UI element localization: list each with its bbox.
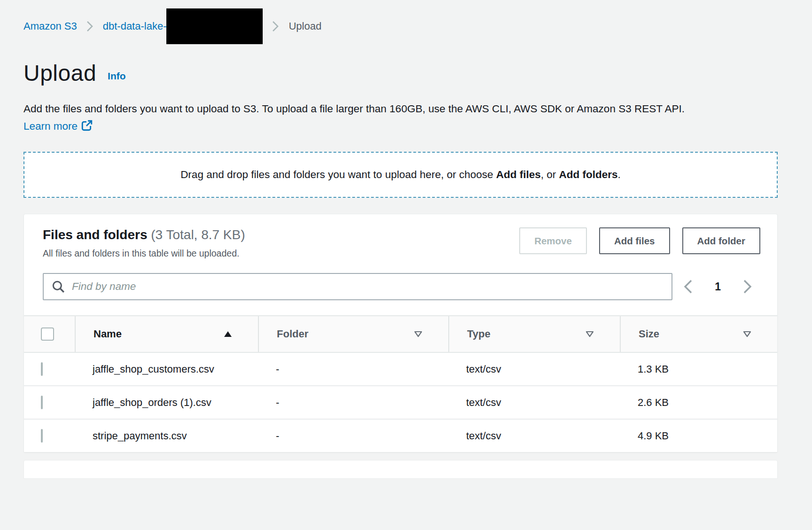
breadcrumb: Amazon S3 dbt-data-lake- Upload: [23, 8, 812, 45]
external-link-icon: [81, 119, 93, 132]
file-name: jaffle_shop_orders (1).csv: [75, 386, 258, 419]
chevron-left-icon: [683, 279, 693, 295]
drag-drop-zone[interactable]: Drag and drop files and folders you want…: [23, 152, 778, 198]
breadcrumb-chevron-icon: [86, 20, 94, 32]
filter-down-icon: [743, 331, 751, 337]
learn-more-link[interactable]: Learn more: [23, 120, 93, 132]
panel-subtitle: All files and folders in this table will…: [43, 248, 245, 259]
current-page-number[interactable]: 1: [715, 281, 721, 293]
column-label-name: Name: [94, 328, 122, 340]
file-name: stripe_payments.csv: [75, 420, 258, 452]
file-folder: -: [258, 353, 448, 385]
file-type: text/csv: [448, 386, 620, 419]
column-header-type[interactable]: Type: [448, 316, 620, 352]
file-name: jaffle_shop_customers.csv: [75, 353, 258, 385]
previous-page-button[interactable]: [683, 279, 693, 295]
redaction-box: [166, 8, 263, 44]
add-files-button[interactable]: Add files: [599, 227, 670, 254]
column-label-type: Type: [467, 328, 491, 340]
panel-counter: (3 Total, 8.7 KB): [151, 227, 245, 242]
breadcrumb-current: Upload: [289, 20, 321, 32]
row-checkbox[interactable]: [41, 396, 43, 409]
file-size: 1.3 KB: [620, 353, 777, 385]
breadcrumb-bucket-link[interactable]: dbt-data-lake-: [103, 20, 167, 32]
table-row: jaffle_shop_orders (1).csv - text/csv 2.…: [24, 386, 777, 420]
column-header-name[interactable]: Name: [75, 316, 258, 352]
file-type: text/csv: [448, 353, 620, 385]
row-checkbox[interactable]: [41, 429, 43, 443]
file-folder: -: [258, 386, 448, 419]
remove-button[interactable]: Remove: [519, 227, 587, 254]
filter-down-icon: [414, 331, 422, 337]
file-size: 2.6 KB: [620, 386, 777, 419]
info-link[interactable]: Info: [108, 70, 125, 82]
select-all-checkbox[interactable]: [41, 327, 54, 341]
file-size: 4.9 KB: [620, 420, 777, 452]
row-checkbox[interactable]: [41, 362, 43, 376]
breadcrumb-amazon-s3-link[interactable]: Amazon S3: [23, 20, 77, 32]
files-and-folders-panel: Files and folders (3 Total, 8.7 KB) All …: [23, 214, 778, 452]
column-label-folder: Folder: [277, 328, 308, 340]
chevron-right-icon: [742, 279, 753, 295]
files-table: Name Folder Type Size jaffle_sh: [24, 315, 777, 452]
next-panel-sliver: [23, 460, 778, 479]
column-header-folder[interactable]: Folder: [258, 316, 448, 352]
add-folder-button[interactable]: Add folder: [682, 227, 761, 254]
column-label-size: Size: [639, 328, 659, 340]
file-folder: -: [258, 420, 448, 452]
search-icon: [51, 280, 65, 294]
filter-down-icon: [586, 331, 594, 337]
upload-page: Amazon S3 dbt-data-lake- Upload Upload I…: [0, 0, 812, 479]
dropzone-text: Drag and drop files and folders you want…: [180, 169, 621, 181]
search-input[interactable]: [72, 281, 664, 293]
select-all-cell: [24, 316, 75, 352]
page-description: Add the files and folders you want to up…: [23, 100, 713, 135]
description-text: Add the files and folders you want to up…: [23, 103, 685, 115]
table-row: jaffle_shop_customers.csv - text/csv 1.3…: [24, 353, 777, 386]
breadcrumb-chevron-icon: [272, 20, 279, 32]
table-header-row: Name Folder Type Size: [24, 315, 777, 353]
column-header-size[interactable]: Size: [620, 316, 777, 352]
panel-title: Files and folders (3 Total, 8.7 KB): [43, 227, 245, 242]
search-box: [43, 273, 672, 300]
page-title: Upload: [23, 60, 96, 86]
learn-more-label: Learn more: [23, 120, 78, 132]
sort-ascending-icon: [224, 331, 232, 337]
next-page-button[interactable]: [742, 279, 753, 295]
table-row: stripe_payments.csv - text/csv 4.9 KB: [24, 420, 777, 452]
file-type: text/csv: [448, 420, 620, 452]
pagination: 1: [672, 279, 760, 295]
